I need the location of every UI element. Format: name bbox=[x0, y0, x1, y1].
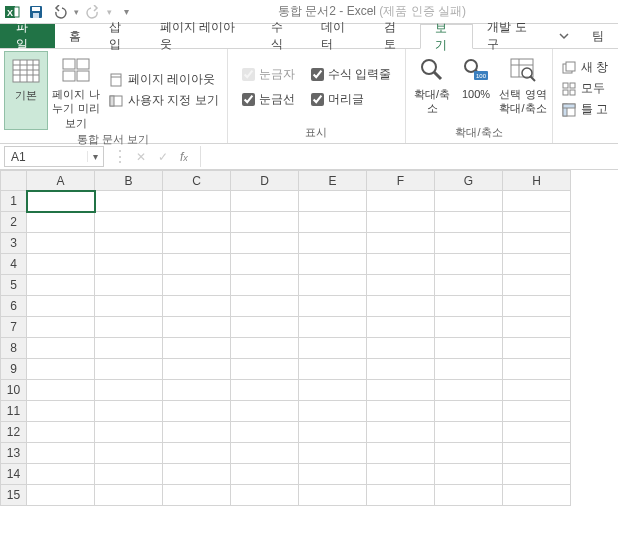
row-header[interactable]: 13 bbox=[1, 443, 27, 464]
cell[interactable] bbox=[95, 380, 163, 401]
cell[interactable] bbox=[367, 212, 435, 233]
column-header[interactable]: A bbox=[27, 171, 95, 191]
cell[interactable] bbox=[435, 443, 503, 464]
cell[interactable] bbox=[27, 338, 95, 359]
column-header[interactable]: D bbox=[231, 171, 299, 191]
cell[interactable] bbox=[503, 317, 571, 338]
cell[interactable] bbox=[367, 317, 435, 338]
cell[interactable] bbox=[163, 422, 231, 443]
page-break-preview-button[interactable]: 페이지 나누기 미리 보기 bbox=[48, 51, 104, 130]
cell[interactable] bbox=[27, 191, 95, 212]
row-header[interactable]: 14 bbox=[1, 464, 27, 485]
zoom-100-button[interactable]: 100 100% bbox=[454, 51, 498, 123]
row-header[interactable]: 9 bbox=[1, 359, 27, 380]
cell[interactable] bbox=[367, 422, 435, 443]
ruler-checkbox[interactable]: 눈금자 bbox=[238, 65, 299, 84]
cell[interactable] bbox=[503, 275, 571, 296]
cell[interactable] bbox=[95, 233, 163, 254]
cell[interactable] bbox=[503, 401, 571, 422]
custom-views-button[interactable]: 사용자 지정 보기 bbox=[108, 92, 219, 109]
cell[interactable] bbox=[503, 380, 571, 401]
page-layout-button[interactable]: 페이지 레이아웃 bbox=[108, 71, 219, 88]
cell[interactable] bbox=[95, 359, 163, 380]
enter-formula-icon[interactable]: ✓ bbox=[154, 150, 172, 164]
cell[interactable] bbox=[503, 485, 571, 506]
cell[interactable] bbox=[231, 464, 299, 485]
tab-developer[interactable]: 개발 도구 bbox=[473, 24, 550, 48]
cell[interactable] bbox=[367, 443, 435, 464]
cell[interactable] bbox=[435, 191, 503, 212]
cell[interactable] bbox=[299, 401, 367, 422]
cell[interactable] bbox=[27, 464, 95, 485]
cell[interactable] bbox=[231, 317, 299, 338]
zoom-selection-button[interactable]: 선택 영역확대/축소 bbox=[498, 51, 548, 123]
select-all-corner[interactable] bbox=[1, 171, 27, 191]
formula-bar-checkbox-input[interactable] bbox=[311, 68, 324, 81]
cell[interactable] bbox=[95, 422, 163, 443]
cell[interactable] bbox=[367, 464, 435, 485]
cell[interactable] bbox=[95, 254, 163, 275]
cell[interactable] bbox=[27, 212, 95, 233]
cell[interactable] bbox=[435, 296, 503, 317]
cell[interactable] bbox=[435, 401, 503, 422]
cell[interactable] bbox=[95, 191, 163, 212]
cell[interactable] bbox=[299, 275, 367, 296]
row-header[interactable]: 10 bbox=[1, 380, 27, 401]
column-header[interactable]: C bbox=[163, 171, 231, 191]
cell[interactable] bbox=[299, 485, 367, 506]
insert-function-icon[interactable]: fx bbox=[176, 150, 192, 164]
tab-view[interactable]: 보기 bbox=[420, 24, 473, 49]
arrange-all-button[interactable]: 모두 bbox=[561, 80, 608, 97]
row-header[interactable]: 2 bbox=[1, 212, 27, 233]
undo-icon[interactable] bbox=[50, 2, 70, 22]
column-header[interactable]: F bbox=[367, 171, 435, 191]
cell[interactable] bbox=[299, 359, 367, 380]
cell[interactable] bbox=[503, 443, 571, 464]
cell[interactable] bbox=[503, 212, 571, 233]
cell[interactable] bbox=[27, 296, 95, 317]
row-header[interactable]: 5 bbox=[1, 275, 27, 296]
cell[interactable] bbox=[299, 380, 367, 401]
cell[interactable] bbox=[435, 317, 503, 338]
cell[interactable] bbox=[231, 359, 299, 380]
cell[interactable] bbox=[95, 296, 163, 317]
ribbon-collapse-icon[interactable] bbox=[550, 24, 578, 48]
tab-page-layout[interactable]: 페이지 레이아웃 bbox=[146, 24, 257, 48]
cell[interactable] bbox=[503, 422, 571, 443]
cell[interactable] bbox=[503, 338, 571, 359]
tab-review[interactable]: 검토 bbox=[370, 24, 421, 48]
cell[interactable] bbox=[503, 191, 571, 212]
cell[interactable] bbox=[231, 443, 299, 464]
cell[interactable] bbox=[299, 296, 367, 317]
name-box-dropdown-icon[interactable]: ▾ bbox=[87, 151, 103, 162]
cell[interactable] bbox=[299, 233, 367, 254]
cell[interactable] bbox=[231, 422, 299, 443]
cell[interactable] bbox=[435, 464, 503, 485]
cell[interactable] bbox=[231, 401, 299, 422]
cell[interactable] bbox=[163, 464, 231, 485]
column-header[interactable]: B bbox=[95, 171, 163, 191]
cell[interactable] bbox=[435, 359, 503, 380]
cell[interactable] bbox=[367, 233, 435, 254]
cell[interactable] bbox=[367, 275, 435, 296]
cell[interactable] bbox=[299, 317, 367, 338]
zoom-button[interactable]: 확대/축소 bbox=[410, 51, 454, 123]
cell[interactable] bbox=[503, 464, 571, 485]
cell[interactable] bbox=[435, 485, 503, 506]
cell[interactable] bbox=[27, 380, 95, 401]
cell[interactable] bbox=[163, 275, 231, 296]
cell[interactable] bbox=[367, 359, 435, 380]
cell[interactable] bbox=[299, 422, 367, 443]
cell[interactable] bbox=[231, 275, 299, 296]
cell[interactable] bbox=[503, 233, 571, 254]
cell[interactable] bbox=[163, 485, 231, 506]
cell[interactable] bbox=[163, 443, 231, 464]
cell[interactable] bbox=[27, 401, 95, 422]
cell[interactable] bbox=[95, 443, 163, 464]
normal-view-button[interactable]: 기본 bbox=[4, 51, 48, 130]
row-header[interactable]: 4 bbox=[1, 254, 27, 275]
row-header[interactable]: 15 bbox=[1, 485, 27, 506]
formula-bar-checkbox[interactable]: 수식 입력줄 bbox=[307, 65, 395, 84]
ruler-checkbox-input[interactable] bbox=[242, 68, 255, 81]
cell[interactable] bbox=[231, 191, 299, 212]
